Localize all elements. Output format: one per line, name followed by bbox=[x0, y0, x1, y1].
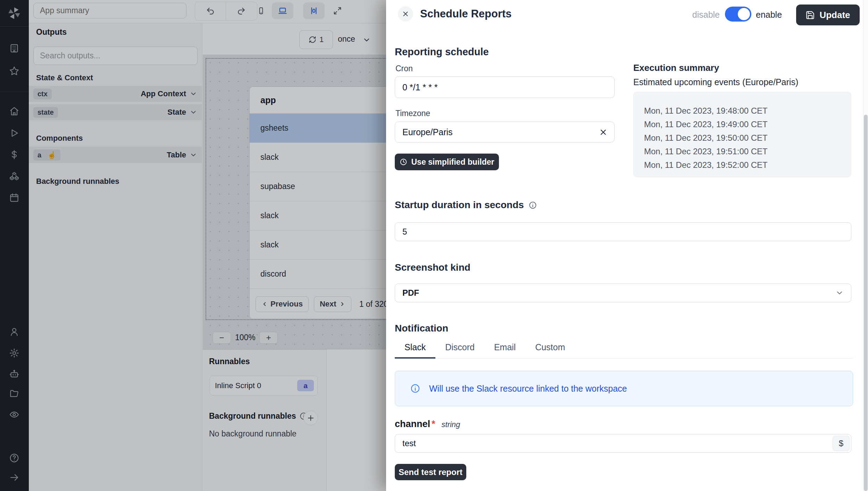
slack-info-banner: Will use the Slack resource linked to th… bbox=[395, 371, 853, 406]
next-page-button[interactable]: Next bbox=[314, 296, 351, 312]
workers-robot-icon[interactable] bbox=[9, 369, 19, 379]
table-row[interactable]: discord bbox=[250, 260, 402, 289]
outputs-title: Outputs bbox=[36, 27, 67, 37]
mobile-view-button[interactable] bbox=[253, 2, 269, 19]
previous-page-button[interactable]: Previous bbox=[256, 296, 309, 312]
page-info: 1 of 320 bbox=[359, 300, 388, 309]
screenshot-kind-select[interactable]: PDF bbox=[395, 284, 851, 302]
output-row-state[interactable]: state State bbox=[29, 104, 202, 120]
help-icon[interactable] bbox=[9, 453, 19, 463]
update-button[interactable]: Update bbox=[796, 5, 860, 25]
refresh-mode-select[interactable]: once bbox=[338, 34, 355, 44]
runnable-item[interactable]: Inline Script 0 a bbox=[210, 376, 318, 395]
enable-toggle[interactable] bbox=[725, 7, 751, 22]
state-type-label: State bbox=[167, 108, 186, 117]
refresh-count-box[interactable]: 1 bbox=[299, 30, 333, 49]
toggle-enable-label: enable bbox=[756, 10, 782, 20]
redo-icon bbox=[237, 7, 246, 16]
zoom-out-button[interactable]: − bbox=[212, 332, 231, 344]
notification-tabs: Slack Discord Email Custom bbox=[395, 342, 853, 359]
zoom-in-button[interactable]: + bbox=[259, 332, 278, 344]
folders-icon[interactable] bbox=[9, 388, 19, 399]
close-icon bbox=[402, 10, 409, 18]
search-outputs-input[interactable] bbox=[33, 47, 198, 65]
startup-duration-input[interactable] bbox=[395, 222, 851, 241]
chevron-left-icon bbox=[261, 301, 268, 307]
tab-slack[interactable]: Slack bbox=[395, 342, 435, 359]
center-align-button[interactable] bbox=[303, 2, 325, 19]
event-line: Mon, 11 Dec 2023, 19:50:00 CET bbox=[644, 131, 851, 145]
state-badge: state bbox=[33, 107, 58, 118]
runs-play-icon[interactable] bbox=[9, 128, 19, 138]
send-test-report-button[interactable]: Send test report bbox=[395, 464, 466, 480]
tab-discord[interactable]: Discord bbox=[435, 342, 484, 359]
event-line: Mon, 11 Dec 2023, 19:48:00 CET bbox=[644, 104, 851, 117]
scrollbar-thumb[interactable] bbox=[864, 115, 868, 491]
event-line: Mon, 11 Dec 2023, 19:52:00 CET bbox=[644, 158, 851, 172]
user-icon[interactable] bbox=[9, 327, 19, 337]
toggle-disable-label: disable bbox=[683, 10, 720, 20]
table-row[interactable]: slack bbox=[250, 230, 402, 260]
refresh-count: 1 bbox=[319, 35, 324, 44]
background-runnables-title: Background runnables bbox=[36, 177, 119, 186]
schedules-calendar-icon[interactable] bbox=[9, 193, 19, 203]
windmill-logo-icon[interactable] bbox=[7, 6, 21, 20]
channel-label: channel bbox=[395, 419, 430, 429]
output-row-table-a[interactable]: a ☝ Table bbox=[29, 147, 202, 163]
runnable-badge: a bbox=[297, 380, 314, 391]
output-row-ctx[interactable]: ctx App Context bbox=[29, 86, 202, 102]
table-component[interactable]: app gsheets slack supabase slack slack d… bbox=[249, 87, 402, 319]
table-row[interactable]: supabase bbox=[250, 172, 402, 201]
chevron-down-icon bbox=[835, 289, 844, 297]
drawer-title: Schedule Reports bbox=[420, 8, 512, 20]
event-line: Mon, 11 Dec 2023, 19:51:00 CET bbox=[644, 145, 851, 158]
cron-input[interactable] bbox=[395, 76, 615, 98]
insert-variable-button[interactable]: $ bbox=[833, 436, 850, 451]
channel-input[interactable] bbox=[395, 434, 851, 453]
info-icon bbox=[529, 201, 537, 209]
state-context-title: State & Context bbox=[36, 73, 93, 82]
settings-gear-icon[interactable] bbox=[9, 348, 19, 358]
add-background-runnable-button[interactable] bbox=[303, 411, 318, 425]
chevron-down-icon[interactable] bbox=[190, 90, 197, 98]
undo-button[interactable] bbox=[195, 2, 226, 20]
runnables-title: Runnables bbox=[209, 357, 250, 366]
chevron-down-icon[interactable] bbox=[190, 108, 197, 116]
main-sidebar bbox=[0, 0, 29, 491]
chevron-down-icon[interactable] bbox=[190, 151, 197, 159]
ctx-type-label: App Context bbox=[141, 89, 186, 98]
tab-email[interactable]: Email bbox=[484, 342, 526, 359]
table-row[interactable]: gsheets bbox=[250, 114, 402, 143]
app-summary-input[interactable] bbox=[33, 3, 186, 18]
home-icon[interactable] bbox=[9, 106, 19, 116]
drawer-scrollbar[interactable] bbox=[863, 0, 868, 491]
workspace-building-icon[interactable] bbox=[9, 43, 19, 54]
table-title-row: app bbox=[250, 87, 402, 114]
desktop-view-button[interactable] bbox=[272, 2, 293, 19]
outputs-panel: Outputs State & Context ctx App Context … bbox=[29, 23, 202, 491]
save-icon bbox=[806, 10, 815, 20]
background-runnables-heading: Background runnables bbox=[209, 411, 296, 421]
redo-button[interactable] bbox=[226, 2, 257, 20]
phone-icon bbox=[257, 6, 266, 15]
undo-redo-group bbox=[195, 2, 257, 21]
tab-custom[interactable]: Custom bbox=[525, 342, 575, 359]
favorites-star-icon[interactable] bbox=[9, 66, 19, 76]
simplified-builder-button[interactable]: Use simplified builder bbox=[395, 154, 499, 170]
no-background-runnable-text: No background runnable bbox=[209, 429, 297, 439]
table-row[interactable]: slack bbox=[250, 143, 402, 172]
logs-eye-icon[interactable] bbox=[9, 409, 19, 420]
chevron-down-icon[interactable] bbox=[362, 36, 371, 44]
table-title: app bbox=[260, 95, 276, 105]
table-row[interactable]: slack bbox=[250, 201, 402, 230]
required-asterisk: * bbox=[432, 419, 435, 429]
collapse-arrow-icon[interactable] bbox=[9, 472, 19, 483]
fullscreen-button[interactable] bbox=[329, 2, 346, 19]
variables-dollar-icon[interactable] bbox=[9, 149, 19, 160]
resources-boxes-icon[interactable] bbox=[9, 171, 19, 181]
close-drawer-button[interactable] bbox=[398, 6, 413, 22]
undo-icon bbox=[206, 7, 215, 16]
clear-timezone-icon[interactable] bbox=[599, 128, 608, 137]
table-type-label: Table bbox=[167, 150, 186, 159]
timezone-input[interactable] bbox=[395, 122, 615, 142]
